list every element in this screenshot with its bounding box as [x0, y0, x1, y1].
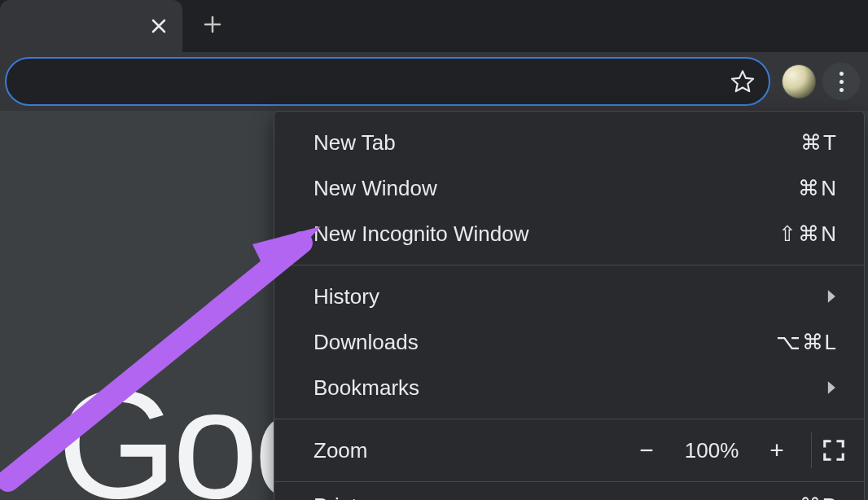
menu-separator — [274, 481, 864, 482]
zoom-in-button[interactable]: + — [752, 436, 801, 464]
zoom-label: Zoom — [313, 438, 367, 463]
menu-item-shortcut: ⌘N — [798, 176, 838, 201]
bookmark-star-icon[interactable] — [730, 68, 756, 94]
menu-item-label: Print... — [313, 493, 375, 500]
address-bar[interactable] — [5, 57, 770, 106]
menu-item-label: History — [313, 284, 379, 309]
zoom-controls: − 100% + — [367, 432, 846, 468]
browser-tab[interactable] — [0, 0, 182, 52]
browser-menu-button[interactable] — [822, 63, 860, 100]
divider — [811, 432, 812, 468]
menu-item-shortcut: ⌘T — [800, 130, 838, 156]
menu-new-window[interactable]: New Window ⌘N — [274, 165, 864, 211]
menu-separator — [274, 419, 864, 419]
menu-item-label: Bookmarks — [313, 375, 419, 401]
menu-bookmarks[interactable]: Bookmarks — [274, 365, 864, 410]
zoom-value: 100% — [671, 438, 752, 463]
zoom-out-button[interactable]: − — [622, 436, 671, 464]
menu-item-label: New Tab — [313, 130, 396, 156]
browser-main-menu: New Tab ⌘T New Window ⌘N New Incognito W… — [274, 111, 865, 500]
menu-downloads[interactable]: Downloads ⌥⌘L — [274, 319, 864, 365]
menu-item-label: New Window — [313, 176, 437, 201]
menu-item-shortcut: ⇧⌘N — [778, 221, 838, 247]
plus-icon — [203, 12, 222, 40]
menu-new-tab[interactable]: New Tab ⌘T — [274, 120, 864, 165]
tab-strip — [0, 0, 868, 52]
browser-toolbar — [0, 52, 868, 111]
profile-avatar[interactable] — [782, 64, 816, 99]
menu-new-incognito[interactable]: New Incognito Window ⇧⌘N — [274, 211, 864, 257]
kebab-icon — [840, 72, 844, 92]
menu-item-label: Downloads — [313, 330, 419, 355]
chevron-right-icon — [826, 380, 838, 395]
menu-print[interactable]: Print... ⌘P — [274, 490, 864, 500]
chevron-right-icon — [826, 289, 838, 304]
menu-item-shortcut: ⌘P — [800, 493, 838, 500]
fullscreen-icon[interactable] — [822, 438, 846, 463]
new-tab-button[interactable] — [192, 6, 233, 46]
menu-item-label: New Incognito Window — [313, 221, 528, 247]
menu-zoom-row: Zoom − 100% + — [274, 428, 864, 473]
menu-history[interactable]: History — [274, 274, 864, 319]
menu-separator — [274, 265, 864, 265]
close-icon[interactable] — [150, 17, 168, 35]
menu-item-shortcut: ⌥⌘L — [776, 330, 838, 355]
